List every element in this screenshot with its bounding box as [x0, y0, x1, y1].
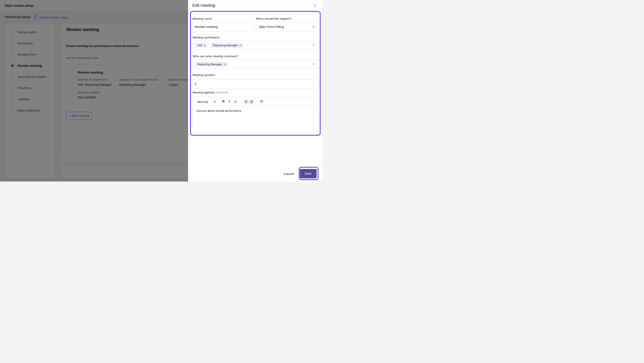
svg-text:3: 3	[244, 102, 245, 103]
